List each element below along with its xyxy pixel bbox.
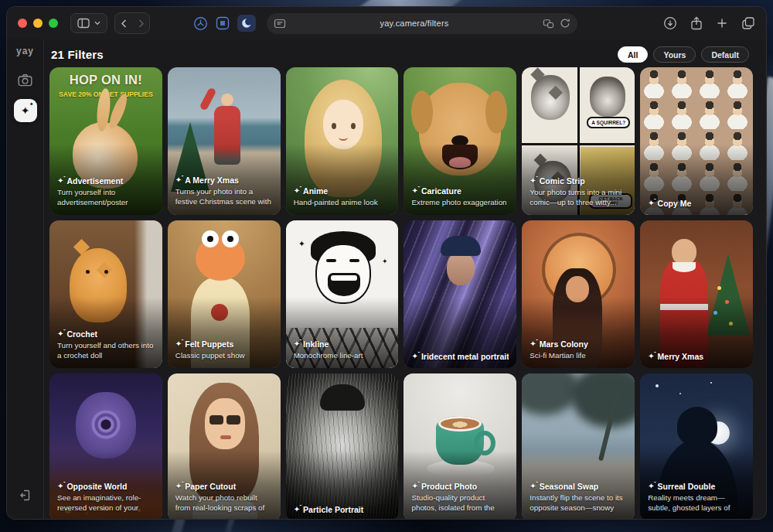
sparkles-icon: ✦ [294,187,300,195]
zoom-window-button[interactable] [49,19,58,28]
filter-title: Inkline [303,339,329,349]
filter-description: Turn yourself and others into a crochet … [57,341,155,361]
share-button[interactable] [690,16,703,30]
filter-card-anime[interactable]: ✦Anime Hand-painted anime look [286,67,399,215]
sparkles-icon: ✦ [294,340,300,348]
filter-description: Monochrome line-art [294,351,391,361]
filter-description: Studio-quality product photos, isolated … [411,493,509,514]
sign-out-button[interactable] [19,489,32,502]
sparkles-icon: ✦ [175,340,182,348]
filter-card-merry-xmas[interactable]: ✦Merry Xmas [640,220,753,368]
filters-grid: HOP ON IN! SAVE 20% ON PET SUPPLIES ✦Adv… [44,66,766,520]
extension-knot-icon[interactable] [193,16,208,31]
segment-all[interactable]: All [618,46,648,63]
back-button[interactable] [115,13,132,33]
filter-title: Opposite World [66,482,127,491]
filter-card-crochet[interactable]: ✦Crochet Turn yourself and others into a… [49,220,162,368]
filter-title: Caricature [421,186,461,196]
filter-card-paper-cutout[interactable]: ✦Paper Cutout Watch your photo rebuilt f… [168,373,281,520]
filter-card-product-photo[interactable]: ✦Product Photo Studio-quality product ph… [404,373,516,520]
filter-title: Anime [303,186,328,196]
address-bar[interactable]: yay.camera/filters [267,13,577,34]
filter-description: Extreme photo exaggeration [411,198,509,208]
extension-moon-icon[interactable] [237,15,256,32]
filter-card-caricature[interactable]: ✦Caricature Extreme photo exaggeration [404,67,516,215]
filter-card-comic-strip[interactable]: A SQUIRREL? GET BACK HERE! ✦Comic Strip … [522,67,635,215]
url-text[interactable]: yay.camera/filters [286,19,543,28]
browser-toolbar: yay.camera/filters [7,7,766,39]
filter-title: Product Photo [421,482,477,491]
close-window-button[interactable] [18,19,27,28]
forward-button[interactable] [132,13,149,33]
sparkles-icon: ✦ [175,176,182,184]
filter-card-copy-me[interactable]: ✦Copy Me [640,67,753,215]
sparkles-icon: ✦ [57,330,63,338]
reload-icon[interactable] [560,18,570,29]
filter-title: A Merry Xmas [185,176,239,185]
sidebar-item-filters-active[interactable]: ✦ [14,99,37,122]
main-content: 21 Filters All Yours Default HOP ON IN! … [44,39,766,519]
extension-icons [193,15,256,32]
downloads-button[interactable] [663,16,677,30]
filter-description: Turn yourself into advertisement/poster [57,188,155,208]
chevron-down-icon [94,21,100,26]
new-tab-button[interactable] [716,17,728,29]
filter-card-iridecent-metal-portrait[interactable]: ✦Iridecent metal portrait [404,220,516,368]
filter-title: Mars Colony [540,339,588,349]
sparkles-icon: ✦ [530,340,536,348]
sparkles-icon: ✦ [530,483,536,490]
minimize-window-button[interactable] [33,19,43,28]
filter-card-inkline[interactable]: ✦ ✦ ✦Inkline Monochrome line-art [286,220,399,368]
sparkles-icon: ✦ [411,187,417,195]
sparkles-icon: ✦ [57,177,63,185]
filter-description: Instantly flip the scene to its opposite… [530,493,627,514]
filter-title: Seasonal Swap [540,482,598,491]
sparkles-icon: ✦ [411,353,417,360]
filter-description: Turns your photo into a festive Christma… [175,187,273,208]
sparkles-icon: ✦ [21,105,30,116]
filter-description: Watch your photo rebuilt from real-looki… [175,493,273,514]
filter-title: Comic Strip [540,176,585,186]
filter-title: Felt Puppets [185,339,233,349]
filter-description: Sci-fi Martian life [530,351,627,361]
history-nav [114,12,150,34]
sparkles-icon: ✦ [648,200,654,207]
filter-segments: All Yours Default [618,46,749,63]
filter-card-a-merry-xmas[interactable]: ✦A Merry Xmas Turns your photo into a fe… [168,67,281,215]
reader-icon[interactable] [274,18,286,29]
filter-title: Copy Me [658,199,692,208]
segment-default[interactable]: Default [701,46,749,63]
sparkles-icon: ✦ [530,177,536,185]
filter-description: Classic puppet show [175,351,273,361]
filter-card-mars-colony[interactable]: ✦Mars Colony Sci-fi Martian life [522,220,635,368]
filter-description: Your photo turns into a mini comic—up to… [530,188,627,208]
segment-yours[interactable]: Yours [653,46,696,63]
content-blocker-icon[interactable] [543,18,554,29]
filter-title: Surreal Double [658,482,716,491]
sparkles-icon: ✦ [57,483,63,490]
page-title: 21 Filters [51,48,104,61]
filter-card-seasonal-swap[interactable]: ✦Seasonal Swap Instantly flip the scene … [522,373,635,520]
filter-title: Iridecent metal portrait [421,352,509,361]
tab-overview-button[interactable] [741,16,755,30]
filter-card-particle-portrait[interactable]: ✦Particle Portrait [286,373,399,520]
filter-card-felt-puppets[interactable]: ✦Felt Puppets Classic puppet show [168,220,281,368]
sparkles-icon: ✦ [648,353,654,360]
sparkles-icon: ✦ [294,506,300,513]
filter-title: Paper Cutout [185,482,236,491]
filter-description: Hand-painted anime look [294,198,391,208]
filter-card-opposite-world[interactable]: ✦Opposite World See an imaginative, role… [49,373,162,520]
sidebar-toggle-button[interactable] [70,13,107,33]
sidebar-item-camera[interactable] [18,73,32,87]
filter-title: Crochet [66,329,97,339]
filter-title: Advertisement [66,176,123,186]
filter-description: Reality meets dream—subtle, ghosted laye… [648,493,745,514]
extension-frame-icon[interactable] [216,16,230,30]
filter-title: Particle Portrait [303,505,363,514]
filter-card-advertisement[interactable]: HOP ON IN! SAVE 20% ON PET SUPPLIES ✦Adv… [49,67,162,215]
sidebar-icon [77,18,90,29]
app-sidebar: yay ✦ [7,39,44,519]
sparkles-icon: ✦ [648,483,654,490]
filter-description: See an imaginative, role-reversed versio… [57,493,155,514]
filter-card-surreal-double[interactable]: ✦Surreal Double Reality meets dream—subt… [640,373,753,520]
